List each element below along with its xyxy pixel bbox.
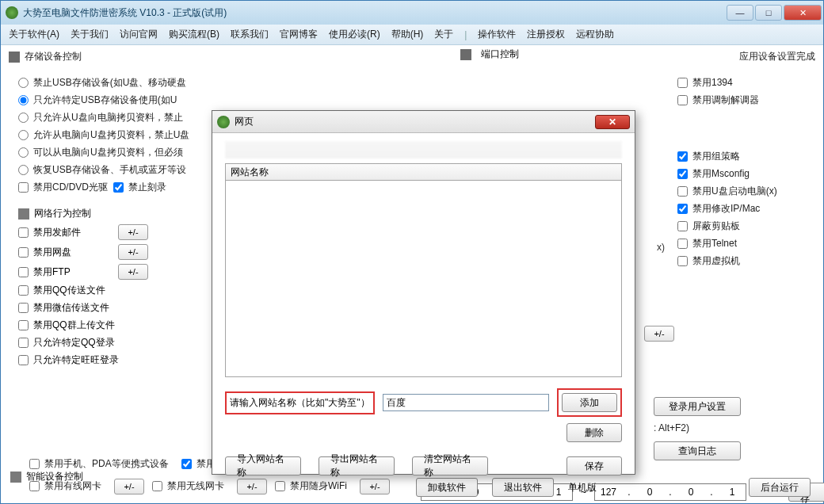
net-section-icon <box>18 208 29 220</box>
cb-wireless-nic[interactable] <box>152 481 162 491</box>
pm-extra[interactable]: +/- <box>644 326 674 342</box>
port-section-icon <box>460 49 471 60</box>
dialog-title: 网页 <box>235 115 254 128</box>
maximize-button[interactable]: □ <box>755 5 782 21</box>
status-applied: 应用设备设置完成 <box>739 50 815 63</box>
pm-pan[interactable]: +/- <box>118 244 148 260</box>
site-list[interactable] <box>225 181 622 377</box>
import-button[interactable]: 导入网站名称 <box>225 456 301 475</box>
menu-remote[interactable]: 远程协助 <box>571 25 619 44</box>
menu-operate[interactable]: 操作软件 <box>473 25 521 44</box>
cb-disable-mail[interactable] <box>18 227 29 238</box>
list-header: 网站名称 <box>225 163 622 181</box>
radio-usb-copyout[interactable] <box>18 130 29 140</box>
export-button[interactable]: 导出网站名称 <box>319 456 395 475</box>
radio-usb-copyrequire[interactable] <box>18 147 29 158</box>
cb-ipmac[interactable] <box>677 204 688 214</box>
menu-contact[interactable]: 联系我们 <box>226 25 273 44</box>
cb-disable-cd[interactable] <box>18 182 29 193</box>
cb-disable-ftp[interactable] <box>18 267 29 277</box>
radio-usb-copyin[interactable] <box>18 113 29 123</box>
menu-buy[interactable]: 购买流程(B) <box>164 25 224 44</box>
menu-help[interactable]: 帮助(H) <box>387 25 429 44</box>
pm-ftp[interactable]: +/- <box>118 264 148 280</box>
pm-wired[interactable]: +/- <box>114 479 144 494</box>
query-log-button[interactable]: 查询日志 <box>654 441 741 460</box>
clear-button[interactable]: 清空网站名称 <box>412 456 488 475</box>
window-titlebar: 大势至电脑文件防泄密系统 V10.3 - 正式版(试用) — □ ✕ <box>1 1 823 25</box>
port-section-title: 端口控制 <box>481 48 519 61</box>
cb-disable-wxfile[interactable] <box>18 303 29 313</box>
smart-section-icon <box>10 472 21 483</box>
menu-visit-site[interactable]: 访问官网 <box>115 25 162 44</box>
x-hint-fragment: x) <box>657 242 665 253</box>
prompt-highlight: 请输入网站名称（比如"大势至"） <box>225 391 375 414</box>
pm-mail[interactable]: +/- <box>118 224 148 240</box>
storage-section-icon <box>9 52 20 63</box>
hotkey-hint: : Alt+F2) <box>654 422 812 433</box>
menu-register[interactable]: 注册授权 <box>522 25 570 44</box>
cb-usb-boot[interactable] <box>677 186 688 197</box>
add-highlight: 添加 <box>557 388 622 417</box>
ip-to[interactable]: 127.0.0.1 <box>594 483 746 501</box>
menu-readme[interactable]: 使用必读(R) <box>324 25 385 44</box>
menu-about-software[interactable]: 关于软件(A) <box>4 25 64 44</box>
bg-run-button[interactable]: 后台运行 <box>749 478 811 497</box>
cb-phone-assist[interactable] <box>181 459 192 469</box>
cb-wired-nic[interactable] <box>29 481 40 491</box>
net-section-title: 网络行为控制 <box>34 207 91 220</box>
modal-save-button[interactable]: 保存 <box>566 456 622 475</box>
app-icon <box>6 6 18 19</box>
storage-section-title: 存储设备控制 <box>25 50 82 63</box>
input-prompt: 请输入网站名称（比如"大势至"） <box>230 397 370 408</box>
radio-usb-disable[interactable] <box>18 78 29 88</box>
cb-qq-limit[interactable] <box>18 338 29 348</box>
menu-about-us[interactable]: 关于我们 <box>66 25 113 44</box>
radio-usb-restore[interactable] <box>18 165 29 175</box>
radio-usb-allow-specific[interactable] <box>18 95 29 105</box>
cb-disable-qqfile[interactable] <box>18 285 29 296</box>
cb-1394[interactable] <box>677 78 688 88</box>
window-title: 大势至电脑文件防泄密系统 V10.3 - 正式版(试用) <box>23 6 727 20</box>
login-user-settings-button[interactable]: 登录用户设置 <box>654 397 741 416</box>
cb-disable-burn[interactable] <box>113 182 124 193</box>
dialog-icon <box>217 116 230 128</box>
cb-pda[interactable] <box>29 459 40 469</box>
webpage-dialog: 网页 ✕ 网站名称 请输入网站名称（比如"大势至"） 添加 删除 <box>212 110 635 475</box>
cb-ww-limit[interactable] <box>18 355 29 365</box>
cb-gpo[interactable] <box>677 151 688 162</box>
cb-disable-qqgroup[interactable] <box>18 320 29 330</box>
dialog-close-button[interactable]: ✕ <box>595 115 630 129</box>
menubar: 关于软件(A) 关于我们 访问官网 购买流程(B) 联系我们 官网博客 使用必读… <box>1 25 823 45</box>
cb-msconfig[interactable] <box>677 169 688 179</box>
delete-button[interactable]: 删除 <box>566 423 622 442</box>
minimize-button[interactable]: — <box>727 5 753 21</box>
close-button[interactable]: ✕ <box>784 5 822 21</box>
add-button[interactable]: 添加 <box>562 393 617 412</box>
cb-telnet[interactable] <box>677 239 688 249</box>
menu-blog[interactable]: 官网博客 <box>275 25 322 44</box>
cb-vm[interactable] <box>677 256 688 266</box>
cb-clipboard[interactable] <box>677 221 688 231</box>
menu-about[interactable]: 关于 <box>429 25 458 44</box>
site-name-input[interactable] <box>383 394 549 411</box>
cb-modem[interactable] <box>677 95 688 105</box>
dialog-blurred-row <box>225 141 622 158</box>
cb-disable-pan[interactable] <box>18 247 29 258</box>
